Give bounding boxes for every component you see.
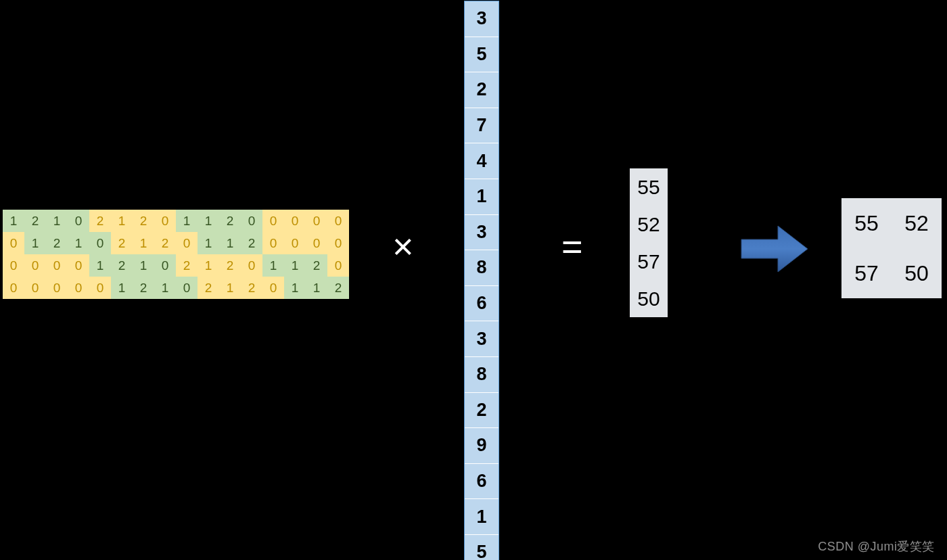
matrix-cell: 0 — [68, 254, 89, 277]
result-cell: 50 — [630, 280, 668, 317]
column-cell: 3 — [465, 1, 499, 37]
result-column-vector: 55525750 — [629, 168, 668, 318]
matrix-cell: 0 — [327, 210, 349, 232]
matrix-cell: 2 — [241, 232, 262, 254]
matrix-cell: 0 — [68, 277, 89, 299]
matrix-cell: 0 — [89, 232, 111, 254]
column-cell: 2 — [465, 393, 499, 429]
column-cell: 4 — [465, 143, 499, 179]
matrix-cell: 0 — [24, 277, 46, 299]
matrix-cell: 0 — [327, 254, 349, 277]
matrix-cell: 0 — [262, 277, 284, 299]
matrix-cell: 2 — [133, 277, 154, 299]
matrix-row: 0000012102120112 — [3, 277, 349, 299]
column-cell: 6 — [465, 464, 499, 500]
matrix-cell: 0 — [46, 277, 68, 299]
matrix-cell: 1 — [284, 277, 306, 299]
matrix-cell: 2 — [46, 232, 68, 254]
matrix-cell: 0 — [306, 232, 327, 254]
matrix-cell: 2 — [198, 277, 219, 299]
column-cell: 3 — [465, 215, 499, 251]
output-row: 5552 — [841, 198, 942, 248]
column-cell: 8 — [465, 250, 499, 286]
matrix-cell: 1 — [111, 210, 133, 232]
matrix-cell: 0 — [327, 232, 349, 254]
matrix-cell: 0 — [24, 254, 46, 277]
column-cell: 3 — [465, 321, 499, 357]
matrix-cell: 0 — [3, 254, 24, 277]
matrix-cell: 1 — [3, 210, 24, 232]
matrix-cell: 1 — [176, 210, 198, 232]
matrix-cell: 2 — [133, 210, 154, 232]
matrix-cell: 1 — [46, 210, 68, 232]
output-matrix: 55525750 — [841, 197, 942, 299]
matrix-cell: 1 — [68, 232, 89, 254]
matrix-cell: 0 — [154, 254, 176, 277]
column-cell: 5 — [465, 37, 499, 73]
matrix-cell: 1 — [133, 254, 154, 277]
output-cell: 55 — [841, 198, 892, 248]
column-cell: 7 — [465, 108, 499, 144]
matrix-cell: 0 — [241, 210, 262, 232]
matrix-cell: 2 — [327, 277, 349, 299]
column-cell: 6 — [465, 286, 499, 322]
matrix-cell: 1 — [219, 232, 241, 254]
output-cell: 50 — [892, 248, 942, 298]
times-symbol: × — [392, 225, 414, 267]
output-cell: 52 — [892, 198, 942, 248]
matrix-cell: 1 — [219, 277, 241, 299]
column-cell: 5 — [465, 535, 499, 560]
matrix-cell: 0 — [68, 210, 89, 232]
result-cell: 55 — [630, 168, 668, 206]
matrix-cell: 1 — [111, 277, 133, 299]
matrix-cell: 1 — [89, 254, 111, 277]
matrix-cell: 2 — [219, 210, 241, 232]
matrix-cell: 1 — [306, 277, 327, 299]
matrix-cell: 0 — [176, 277, 198, 299]
column-cell: 1 — [465, 499, 499, 535]
matrix-cell: 2 — [111, 254, 133, 277]
matrix-cell: 0 — [306, 210, 327, 232]
result-cell: 52 — [630, 206, 668, 243]
input-column-vector: 3527413863829615 — [464, 1, 499, 560]
matrix-cell: 1 — [198, 254, 219, 277]
matrix-cell: 0 — [176, 232, 198, 254]
matrix-row: 0000121021201120 — [3, 254, 349, 277]
toeplitz-matrix: 1210212011200000012102120112000000001210… — [3, 210, 349, 299]
matrix-cell: 0 — [154, 210, 176, 232]
matrix-cell: 0 — [89, 277, 111, 299]
matrix-cell: 1 — [262, 254, 284, 277]
matrix-cell: 2 — [241, 277, 262, 299]
matrix-cell: 2 — [111, 232, 133, 254]
matrix-cell: 0 — [284, 232, 306, 254]
matrix-row: 0121021201120000 — [3, 232, 349, 254]
matrix-cell: 1 — [198, 210, 219, 232]
matrix-cell: 1 — [284, 254, 306, 277]
matrix-row: 1210212011200000 — [3, 210, 349, 232]
column-cell: 9 — [465, 428, 499, 464]
matrix-cell: 0 — [262, 232, 284, 254]
matrix-cell: 0 — [46, 254, 68, 277]
column-cell: 1 — [465, 179, 499, 215]
watermark-text: CSDN @Jumi爱笑笑 — [818, 538, 935, 555]
matrix-cell: 0 — [3, 277, 24, 299]
matrix-cell: 0 — [284, 210, 306, 232]
matrix-cell: 2 — [89, 210, 111, 232]
matrix-cell: 0 — [241, 254, 262, 277]
column-cell: 8 — [465, 357, 499, 393]
matrix-cell: 1 — [24, 232, 46, 254]
matrix-cell: 0 — [3, 232, 24, 254]
matrix-cell: 1 — [133, 232, 154, 254]
matrix-cell: 0 — [262, 210, 284, 232]
matrix-cell: 2 — [154, 232, 176, 254]
reshape-arrow-icon — [737, 222, 812, 276]
equals-symbol: = — [561, 225, 583, 267]
result-cell: 57 — [630, 243, 668, 280]
matrix-cell: 2 — [176, 254, 198, 277]
matrix-cell: 2 — [24, 210, 46, 232]
matrix-cell: 1 — [198, 232, 219, 254]
column-cell: 2 — [465, 72, 499, 108]
matrix-cell: 2 — [219, 254, 241, 277]
matrix-cell: 2 — [306, 254, 327, 277]
output-cell: 57 — [841, 248, 892, 298]
